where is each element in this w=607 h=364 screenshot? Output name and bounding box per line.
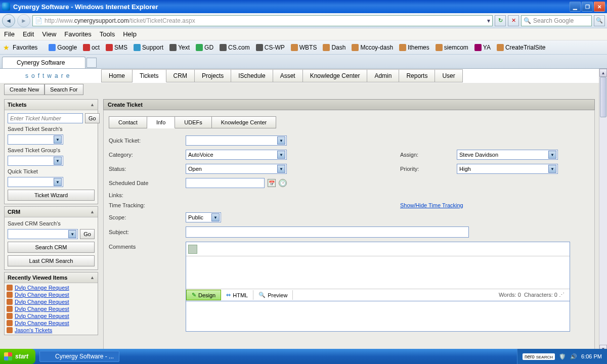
- start-button[interactable]: start: [0, 349, 35, 364]
- subject-input[interactable]: [186, 226, 469, 238]
- menu-file[interactable]: File: [4, 30, 15, 38]
- browser-search-input[interactable]: 🔍 Search Google: [521, 15, 592, 26]
- fav-support[interactable]: Support: [132, 43, 165, 52]
- subtab-udefs[interactable]: UDEFs: [175, 116, 211, 128]
- ticket-number-input[interactable]: [8, 113, 83, 123]
- fav-createtrial[interactable]: CreateTrialSite: [495, 43, 548, 52]
- fav-ya[interactable]: YA: [472, 43, 493, 52]
- tab-admin[interactable]: Admin: [367, 69, 399, 82]
- last-crm-search-button[interactable]: Last CRM Search: [8, 255, 95, 266]
- saved-groups-combo[interactable]: ▼: [8, 156, 63, 166]
- calendar-icon[interactable]: 📅: [268, 179, 276, 187]
- maximize-button[interactable]: ❐: [582, 2, 593, 12]
- editor-mode-design[interactable]: ✎Design: [186, 290, 221, 300]
- fav-cswp[interactable]: CS-WP: [254, 43, 287, 52]
- label-scope: Scope:: [109, 214, 180, 220]
- tray-icon[interactable]: 🛡️: [559, 353, 566, 360]
- editor-body[interactable]: [186, 256, 570, 289]
- vertical-scrollbar[interactable]: ▲ ▼: [599, 69, 607, 353]
- app-header: software Home Tickets CRM Projects ISche…: [0, 69, 607, 83]
- editor-extra-area[interactable]: [186, 301, 570, 332]
- tab-tickets[interactable]: Tickets: [133, 69, 166, 82]
- recent-item[interactable]: Dvlp Change Request: [7, 320, 96, 327]
- new-tab-button[interactable]: [86, 58, 97, 68]
- tray-icon[interactable]: 🔊: [570, 353, 577, 360]
- quick-ticket-select[interactable]: ▼: [186, 135, 287, 146]
- recent-item[interactable]: Dvlp Change Request: [7, 312, 96, 320]
- crm-go-button[interactable]: Go: [80, 229, 95, 239]
- favorites-star-icon[interactable]: ★: [3, 43, 10, 52]
- search-go-button[interactable]: 🔍: [594, 15, 605, 26]
- fav-ithemes[interactable]: Ithemes: [397, 43, 431, 52]
- scroll-thumb[interactable]: [600, 77, 606, 117]
- create-new-button[interactable]: Create New: [4, 84, 45, 95]
- saved-searches-combo[interactable]: ▼: [8, 134, 63, 145]
- subtab-knowledge[interactable]: Knowledge Center: [212, 116, 277, 128]
- editor-mode-preview[interactable]: 🔍Preview: [253, 290, 293, 300]
- taskbar-item[interactable]: Cynergy Software - ...: [39, 351, 119, 362]
- favorites-label[interactable]: Favorites: [13, 44, 37, 51]
- menu-edit[interactable]: Edit: [23, 30, 34, 38]
- scheduled-date-input[interactable]: [186, 178, 265, 188]
- ticket-wizard-button[interactable]: Ticket Wizard: [8, 190, 95, 201]
- fav-dash[interactable]: Dash: [321, 43, 348, 52]
- clock-icon[interactable]: 🕐: [279, 179, 287, 187]
- tab-projects[interactable]: Projects: [195, 69, 231, 82]
- fav-wbts[interactable]: WBTS: [289, 43, 319, 52]
- address-bar[interactable]: 📄 http://www.cynergysupport.com/ticket/T…: [32, 15, 493, 26]
- recent-item[interactable]: Jason's Tickets: [7, 327, 96, 334]
- tab-reports[interactable]: Reports: [399, 69, 435, 82]
- menu-tools[interactable]: Tools: [100, 30, 115, 38]
- panel-recent-header[interactable]: Recently Viewed Items▲: [5, 272, 98, 283]
- menu-favorites[interactable]: Favorites: [64, 30, 91, 38]
- scope-select[interactable]: Public▼: [186, 212, 221, 222]
- recent-item[interactable]: Dvlp Change Request: [7, 305, 96, 312]
- nero-widget[interactable]: nero SEARCH: [523, 353, 555, 360]
- status-select[interactable]: Open▼: [186, 164, 287, 174]
- priority-select[interactable]: High▼: [457, 164, 558, 174]
- action-bar: Create New Search For: [0, 83, 607, 96]
- fav-cscom[interactable]: CS.com: [218, 43, 252, 52]
- tab-user[interactable]: User: [435, 69, 462, 82]
- assign-select[interactable]: Steve Davidson▼: [457, 150, 558, 160]
- subtab-info[interactable]: Info: [147, 116, 175, 128]
- scroll-up-icon[interactable]: ▲: [599, 69, 607, 77]
- recent-item[interactable]: Dvlp Change Request: [7, 291, 96, 298]
- panel-tickets-header[interactable]: Tickets▲: [5, 100, 98, 110]
- quick-ticket-combo[interactable]: ▼: [8, 177, 63, 187]
- fav-sms[interactable]: SMS: [104, 43, 129, 52]
- recent-item[interactable]: Dvlp Change Request: [7, 298, 96, 305]
- fav-gd[interactable]: GD: [194, 43, 215, 52]
- minimize-button[interactable]: ▁: [570, 2, 581, 12]
- tab-knowledge[interactable]: Knowledge Center: [303, 69, 368, 82]
- subtab-contact[interactable]: Contact: [109, 116, 147, 128]
- tab-asset[interactable]: Asset: [273, 69, 303, 82]
- browser-tab-active[interactable]: Cynergy Software: [2, 57, 85, 68]
- editor-mode-html[interactable]: ⇔HTML: [221, 290, 253, 300]
- crm-saved-combo[interactable]: ▼: [8, 229, 78, 239]
- fav-google[interactable]: Google: [47, 43, 79, 52]
- panel-crm-header[interactable]: CRM▲: [5, 207, 98, 217]
- back-button[interactable]: ◄: [2, 14, 15, 27]
- search-for-button[interactable]: Search For: [45, 84, 83, 95]
- category-select[interactable]: AutoVoice▼: [186, 150, 287, 160]
- editor-tool-icon[interactable]: [188, 245, 197, 254]
- fav-siemcom[interactable]: siemcom: [433, 43, 470, 52]
- ticket-go-button[interactable]: Go: [85, 113, 100, 123]
- forward-button[interactable]: ►: [17, 14, 30, 27]
- menu-view[interactable]: View: [42, 30, 56, 38]
- recent-item[interactable]: Dvlp Change Request: [7, 284, 96, 291]
- tab-home[interactable]: Home: [101, 69, 133, 82]
- tray-clock[interactable]: 6:06 PM: [581, 353, 602, 359]
- fav-oct[interactable]: oct: [81, 43, 102, 52]
- fav-yext[interactable]: Yext: [167, 43, 192, 52]
- show-hide-time-tracking-link[interactable]: Show/Hide Time Tracking: [400, 202, 463, 208]
- close-button[interactable]: ✕: [594, 2, 605, 12]
- tab-crm[interactable]: CRM: [166, 69, 195, 82]
- fav-mccoy[interactable]: Mccoy-dash: [350, 43, 395, 52]
- tab-ischedule[interactable]: ISchedule: [231, 69, 273, 82]
- refresh-button[interactable]: ↻: [495, 15, 506, 26]
- search-crm-button[interactable]: Search CRM: [8, 242, 95, 253]
- menu-help[interactable]: Help: [123, 30, 137, 38]
- stop-button[interactable]: ✕: [508, 15, 519, 26]
